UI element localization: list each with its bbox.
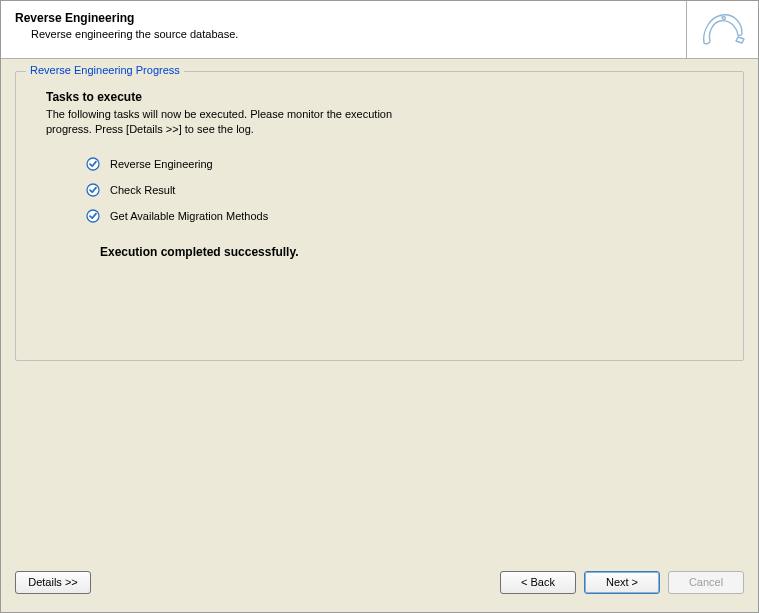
progress-groupbox: Reverse Engineering Progress Tasks to ex… <box>15 71 744 361</box>
task-item: Get Available Migration Methods <box>86 209 719 223</box>
wizard-body: Reverse Engineering Progress Tasks to ex… <box>1 59 758 564</box>
task-label: Check Result <box>110 184 175 196</box>
next-button[interactable]: Next > <box>584 571 660 594</box>
tasks-description: The following tasks will now be executed… <box>46 107 396 137</box>
task-list: Reverse Engineering Check Result <box>46 157 719 223</box>
task-label: Get Available Migration Methods <box>110 210 268 222</box>
wizard-window: Reverse Engineering Reverse engineering … <box>0 0 759 613</box>
tasks-heading: Tasks to execute <box>46 90 719 104</box>
cancel-button: Cancel <box>668 571 744 594</box>
header-text-block: Reverse Engineering Reverse engineering … <box>1 1 686 58</box>
page-title: Reverse Engineering <box>15 11 686 25</box>
task-item: Check Result <box>86 183 719 197</box>
status-message: Execution completed successfully. <box>46 245 719 259</box>
checkmark-icon <box>86 157 100 171</box>
task-label: Reverse Engineering <box>110 158 213 170</box>
page-subtitle: Reverse engineering the source database. <box>15 28 686 40</box>
wizard-header: Reverse Engineering Reverse engineering … <box>1 1 758 59</box>
wizard-footer: Details >> < Back Next > Cancel <box>1 564 758 612</box>
checkmark-icon <box>86 209 100 223</box>
groupbox-legend: Reverse Engineering Progress <box>26 64 184 76</box>
checkmark-icon <box>86 183 100 197</box>
mysql-dolphin-icon <box>686 1 758 58</box>
back-button[interactable]: < Back <box>500 571 576 594</box>
details-button[interactable]: Details >> <box>15 571 91 594</box>
task-item: Reverse Engineering <box>86 157 719 171</box>
